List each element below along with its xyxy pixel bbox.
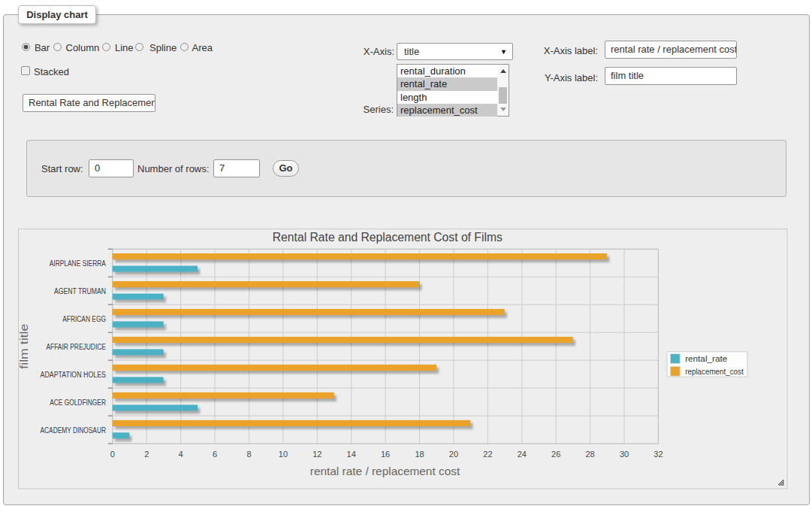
svg-text:8: 8 xyxy=(246,450,251,459)
svg-text:10: 10 xyxy=(279,450,288,459)
svg-text:24: 24 xyxy=(518,450,527,459)
svg-text:26: 26 xyxy=(551,450,560,459)
svg-text:30: 30 xyxy=(620,450,629,459)
svg-text:22: 22 xyxy=(483,450,492,459)
svg-text:4: 4 xyxy=(179,450,183,459)
svg-text:replacement_cost: replacement_cost xyxy=(685,367,744,376)
svg-text:18: 18 xyxy=(415,450,424,459)
svg-text:AFFAIR PREJUDICE: AFFAIR PREJUDICE xyxy=(46,343,106,351)
svg-text:ADAPTATION HOLES: ADAPTATION HOLES xyxy=(41,371,107,379)
svg-text:28: 28 xyxy=(585,450,594,459)
svg-text:16: 16 xyxy=(381,450,390,459)
svg-text:rental rate / replacement cost: rental rate / replacement cost xyxy=(310,465,460,477)
svg-text:ACADEMY DINOSAUR: ACADEMY DINOSAUR xyxy=(41,426,107,435)
svg-text:20: 20 xyxy=(449,450,458,459)
svg-text:Rental Rate and Replacement Co: Rental Rate and Replacement Cost of Film… xyxy=(273,231,503,244)
svg-text:AGENT TRUMAN: AGENT TRUMAN xyxy=(54,287,106,295)
svg-text:AFRICAN EGG: AFRICAN EGG xyxy=(62,315,106,323)
svg-text:6: 6 xyxy=(213,450,217,459)
svg-text:AIRPLANE SIERRA: AIRPLANE SIERRA xyxy=(50,259,107,268)
svg-text:0: 0 xyxy=(110,450,115,459)
svg-text:14: 14 xyxy=(347,450,356,459)
svg-text:ACE GOLDFINGER: ACE GOLDFINGER xyxy=(50,398,106,407)
svg-text:film title: film title xyxy=(18,324,31,369)
svg-text:rental_rate: rental_rate xyxy=(685,354,727,363)
svg-text:2: 2 xyxy=(144,450,149,459)
svg-text:12: 12 xyxy=(312,450,321,459)
svg-text:32: 32 xyxy=(654,450,663,459)
